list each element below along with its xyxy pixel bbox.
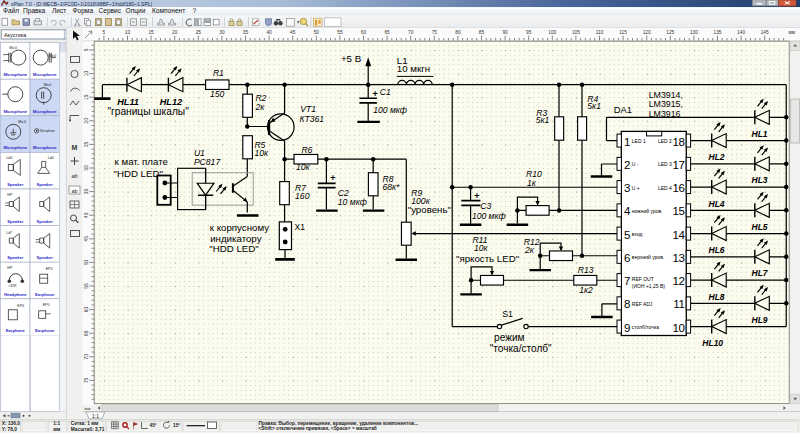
- svg-text:Speaker: Speaker: [37, 182, 54, 187]
- svg-text:5: 5: [103, 30, 106, 35]
- svg-text:95: 95: [526, 30, 532, 35]
- svg-text:ab: ab: [71, 173, 77, 179]
- svg-text:HL8: HL8: [709, 292, 725, 302]
- svg-text:Mic0: Mic0: [18, 120, 26, 124]
- svg-text:Правка: Выбор, перемещение, вр: Правка: Выбор, перемещение, вращение, уд…: [259, 420, 419, 426]
- svg-text:HL7: HL7: [752, 268, 769, 278]
- svg-text:Компонент: Компонент: [152, 7, 185, 14]
- svg-text:15: 15: [672, 205, 684, 217]
- svg-text:1:1: 1:1: [92, 413, 99, 419]
- svg-text:125: 125: [666, 30, 674, 35]
- svg-text:14: 14: [672, 229, 685, 241]
- svg-text:10 мкф: 10 мкф: [338, 197, 367, 207]
- svg-text:Microphone: Microphone: [3, 72, 27, 77]
- svg-text:Speaker: Speaker: [37, 219, 54, 224]
- svg-text:80: 80: [455, 30, 461, 35]
- svg-text:10: 10: [84, 71, 89, 77]
- svg-text:LED 1: LED 1: [632, 138, 646, 144]
- svg-text:Акустика: Акустика: [4, 32, 26, 38]
- svg-text:Earphone: Earphone: [35, 328, 55, 333]
- svg-text:Mic0: Mic0: [49, 54, 57, 58]
- svg-text:Speaker: Speaker: [37, 255, 54, 260]
- svg-text:EP0: EP0: [17, 304, 24, 308]
- svg-text:5: 5: [624, 229, 630, 241]
- svg-text:Y: 78,0: Y: 78,0: [2, 427, 17, 432]
- svg-text:40: 40: [266, 30, 272, 35]
- svg-text:35: 35: [243, 30, 249, 35]
- svg-text:<Shift> отключение привязки, <: <Shift> отключение привязки, <Space> = м…: [259, 425, 377, 431]
- svg-text:HP: HP: [7, 193, 13, 197]
- svg-text:LED 4: LED 4: [658, 185, 672, 191]
- svg-text:10к: 10к: [296, 162, 311, 172]
- svg-text:17: 17: [672, 159, 684, 171]
- svg-text:к корпусному: к корпусному: [210, 222, 269, 233]
- svg-text:13: 13: [672, 252, 684, 264]
- svg-text:30: 30: [219, 30, 225, 35]
- svg-text:верхний уров.: верхний уров.: [632, 254, 664, 260]
- svg-text:85: 85: [479, 30, 485, 35]
- svg-text:ab: ab: [71, 188, 77, 194]
- svg-text:HL4: HL4: [709, 199, 725, 209]
- svg-text:REF ADJ: REF ADJ: [632, 301, 653, 307]
- svg-text:U -: U -: [632, 161, 639, 167]
- svg-text:25: 25: [84, 141, 89, 147]
- svg-text:55: 55: [84, 283, 89, 289]
- svg-text:5к1: 5к1: [587, 101, 601, 111]
- svg-text:"точка/столб": "точка/столб": [490, 343, 552, 354]
- svg-text:Файл: Файл: [3, 7, 19, 14]
- svg-text:1к2: 1к2: [579, 285, 593, 295]
- svg-text:1к: 1к: [527, 178, 537, 188]
- svg-text:"HDD LED": "HDD LED": [209, 243, 259, 254]
- svg-text:+: +: [330, 173, 335, 183]
- svg-text:LM3915,: LM3915,: [649, 99, 683, 109]
- svg-text:X1: X1: [295, 222, 306, 232]
- svg-text:11: 11: [673, 298, 684, 310]
- svg-text:50: 50: [314, 30, 320, 35]
- svg-text:HL10: HL10: [702, 338, 723, 348]
- svg-text:25: 25: [196, 30, 202, 35]
- svg-text:7: 7: [624, 275, 630, 287]
- svg-text:18: 18: [672, 136, 684, 148]
- svg-text:Форма: Форма: [73, 7, 94, 15]
- svg-text:8: 8: [624, 298, 630, 310]
- svg-text:115: 115: [619, 30, 627, 35]
- svg-text:70: 70: [84, 354, 89, 360]
- svg-text:75: 75: [432, 30, 438, 35]
- svg-text:режим: режим: [494, 332, 525, 343]
- svg-text:Лист: Лист: [52, 7, 66, 14]
- svg-text:U1: U1: [194, 148, 205, 158]
- svg-text:3: 3: [624, 182, 630, 194]
- svg-text:130: 130: [690, 30, 698, 35]
- svg-text:HP: HP: [7, 266, 13, 270]
- svg-text:U +: U +: [632, 185, 640, 191]
- svg-text:LM3916: LM3916: [649, 109, 681, 119]
- svg-text:мм: мм: [53, 427, 61, 432]
- svg-text:Microphone: Microphone: [40, 129, 55, 133]
- svg-text:145: 145: [761, 30, 769, 35]
- svg-text:R13: R13: [578, 265, 594, 275]
- svg-text:HL5: HL5: [752, 222, 768, 232]
- svg-text:>32R: >32R: [8, 284, 17, 288]
- svg-text:Speaker: Speaker: [7, 182, 24, 187]
- svg-text:"HDD LED": "HDD LED": [114, 168, 164, 179]
- svg-text:5к1: 5к1: [536, 115, 550, 125]
- svg-text:LM3914,: LM3914,: [649, 90, 683, 100]
- svg-text:10 мкгн: 10 мкгн: [397, 63, 430, 74]
- svg-text:PC817: PC817: [194, 157, 221, 167]
- svg-text:HL3: HL3: [752, 175, 768, 185]
- svg-text:100: 100: [548, 30, 556, 35]
- svg-text:60: 60: [84, 307, 89, 313]
- svg-text:70: 70: [408, 30, 414, 35]
- svg-text:Microphone: Microphone: [33, 109, 57, 114]
- svg-text:M: M: [72, 144, 78, 151]
- svg-text:Microphone: Microphone: [33, 72, 57, 77]
- svg-text:(ИОН +1,25 В): (ИОН +1,25 В): [632, 283, 666, 289]
- svg-text:68к*: 68к*: [383, 182, 401, 192]
- svg-text:10: 10: [125, 30, 131, 35]
- svg-text:Mic0: Mic0: [9, 46, 17, 50]
- svg-text:LED 3: LED 3: [658, 161, 672, 167]
- svg-text:75: 75: [84, 377, 89, 383]
- svg-text:90: 90: [502, 30, 508, 35]
- svg-text:15: 15: [148, 30, 154, 35]
- svg-text:мм: мм: [85, 406, 91, 411]
